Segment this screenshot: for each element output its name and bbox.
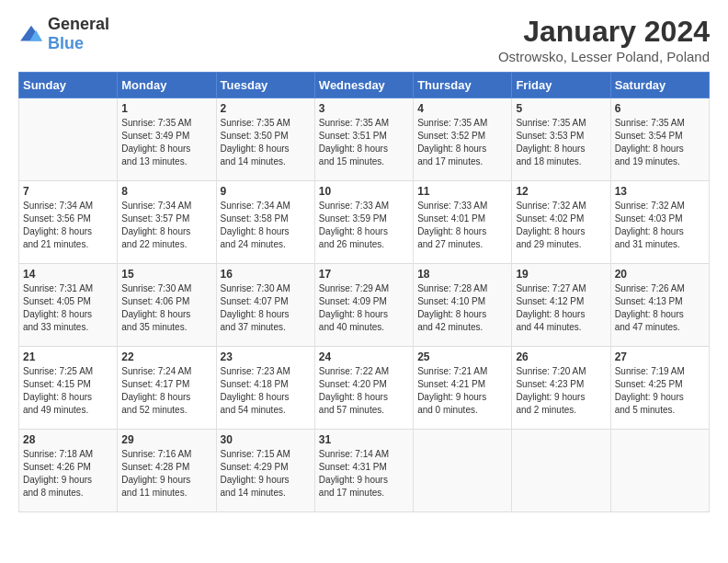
day-info: Sunrise: 7:30 AM Sunset: 4:07 PM Dayligh… [221,282,311,334]
day-number: 30 [221,433,311,446]
day-info: Sunrise: 7:28 AM Sunset: 4:10 PM Dayligh… [417,282,507,334]
day-number: 1 [121,102,211,115]
calendar-week-1: 7Sunrise: 7:34 AM Sunset: 3:56 PM Daylig… [19,181,710,264]
calendar-cell: 8Sunrise: 7:34 AM Sunset: 3:57 PM Daylig… [118,181,216,264]
day-number: 3 [319,102,409,115]
calendar-cell: 16Sunrise: 7:30 AM Sunset: 4:07 PM Dayli… [216,264,314,347]
day-info: Sunrise: 7:35 AM Sunset: 3:50 PM Dayligh… [221,117,311,168]
day-info: Sunrise: 7:24 AM Sunset: 4:17 PM Dayligh… [121,365,211,417]
day-number: 29 [121,433,211,446]
day-number: 9 [221,185,311,198]
subtitle: Ostrowsko, Lesser Poland, Poland [498,49,710,64]
calendar-cell: 1Sunrise: 7:35 AM Sunset: 3:49 PM Daylig… [118,98,216,181]
logo-blue: Blue [48,34,84,52]
day-info: Sunrise: 7:35 AM Sunset: 3:51 PM Dayligh… [319,117,409,168]
day-info: Sunrise: 7:29 AM Sunset: 4:09 PM Dayligh… [319,282,409,334]
calendar-header-row: SundayMondayTuesdayWednesdayThursdayFrid… [19,73,710,98]
day-number: 16 [221,268,311,281]
calendar-cell: 20Sunrise: 7:26 AM Sunset: 4:13 PM Dayli… [610,264,709,347]
day-number: 14 [23,268,113,281]
calendar-cell: 6Sunrise: 7:35 AM Sunset: 3:54 PM Daylig… [610,98,709,181]
header-day-wednesday: Wednesday [314,73,413,98]
header-day-friday: Friday [512,73,610,98]
calendar-cell: 5Sunrise: 7:35 AM Sunset: 3:53 PM Daylig… [512,98,610,181]
calendar-cell [512,430,610,512]
day-number: 24 [319,350,409,363]
day-number: 12 [516,185,606,198]
header-day-saturday: Saturday [610,73,709,98]
calendar-cell: 30Sunrise: 7:15 AM Sunset: 4:29 PM Dayli… [216,430,314,512]
calendar-cell: 31Sunrise: 7:14 AM Sunset: 4:31 PM Dayli… [314,430,413,512]
day-info: Sunrise: 7:35 AM Sunset: 3:52 PM Dayligh… [417,117,507,168]
logo-icon [18,24,44,44]
calendar-cell: 14Sunrise: 7:31 AM Sunset: 4:05 PM Dayli… [19,264,118,347]
day-number: 27 [615,350,705,363]
day-info: Sunrise: 7:27 AM Sunset: 4:12 PM Dayligh… [516,282,606,334]
day-info: Sunrise: 7:19 AM Sunset: 4:25 PM Dayligh… [615,365,705,417]
main-title: January 2024 [498,15,710,49]
calendar-cell: 28Sunrise: 7:18 AM Sunset: 4:26 PM Dayli… [19,430,118,512]
day-number: 10 [319,185,409,198]
day-info: Sunrise: 7:20 AM Sunset: 4:23 PM Dayligh… [516,365,606,417]
calendar-cell: 17Sunrise: 7:29 AM Sunset: 4:09 PM Dayli… [314,264,413,347]
day-info: Sunrise: 7:33 AM Sunset: 4:01 PM Dayligh… [417,200,507,251]
calendar-cell: 3Sunrise: 7:35 AM Sunset: 3:51 PM Daylig… [314,98,413,181]
logo: General Blue [18,15,109,53]
calendar-cell [610,430,709,512]
calendar-cell: 29Sunrise: 7:16 AM Sunset: 4:28 PM Dayli… [118,430,216,512]
day-number: 2 [221,102,311,115]
day-info: Sunrise: 7:26 AM Sunset: 4:13 PM Dayligh… [615,282,705,334]
day-info: Sunrise: 7:34 AM Sunset: 3:58 PM Dayligh… [221,200,311,251]
calendar-week-2: 14Sunrise: 7:31 AM Sunset: 4:05 PM Dayli… [19,264,710,347]
day-info: Sunrise: 7:25 AM Sunset: 4:15 PM Dayligh… [23,365,113,417]
day-number: 7 [23,185,113,198]
day-number: 23 [221,350,311,363]
calendar-cell [414,430,512,512]
day-info: Sunrise: 7:35 AM Sunset: 3:49 PM Dayligh… [121,117,211,168]
calendar-cell: 21Sunrise: 7:25 AM Sunset: 4:15 PM Dayli… [19,347,118,430]
header-day-tuesday: Tuesday [216,73,314,98]
day-number: 8 [121,185,211,198]
calendar-table: SundayMondayTuesdayWednesdayThursdayFrid… [18,72,710,512]
day-number: 26 [516,350,606,363]
day-info: Sunrise: 7:32 AM Sunset: 4:03 PM Dayligh… [615,200,705,251]
day-info: Sunrise: 7:33 AM Sunset: 3:59 PM Dayligh… [319,200,409,251]
calendar-week-4: 28Sunrise: 7:18 AM Sunset: 4:26 PM Dayli… [19,430,710,512]
calendar-cell: 4Sunrise: 7:35 AM Sunset: 3:52 PM Daylig… [414,98,512,181]
day-info: Sunrise: 7:14 AM Sunset: 4:31 PM Dayligh… [319,448,409,500]
day-info: Sunrise: 7:31 AM Sunset: 4:05 PM Dayligh… [23,282,113,334]
calendar-cell: 9Sunrise: 7:34 AM Sunset: 3:58 PM Daylig… [216,181,314,264]
day-info: Sunrise: 7:18 AM Sunset: 4:26 PM Dayligh… [23,448,113,500]
calendar-week-0: 1Sunrise: 7:35 AM Sunset: 3:49 PM Daylig… [19,98,710,181]
day-info: Sunrise: 7:34 AM Sunset: 3:56 PM Dayligh… [23,200,113,251]
day-info: Sunrise: 7:35 AM Sunset: 3:54 PM Dayligh… [615,117,705,168]
calendar-cell: 12Sunrise: 7:32 AM Sunset: 4:02 PM Dayli… [512,181,610,264]
calendar-cell: 13Sunrise: 7:32 AM Sunset: 4:03 PM Dayli… [610,181,709,264]
day-info: Sunrise: 7:16 AM Sunset: 4:28 PM Dayligh… [121,448,211,500]
day-number: 13 [615,185,705,198]
header-day-monday: Monday [118,73,216,98]
calendar-cell: 25Sunrise: 7:21 AM Sunset: 4:21 PM Dayli… [414,347,512,430]
day-number: 6 [615,102,705,115]
calendar-cell: 15Sunrise: 7:30 AM Sunset: 4:06 PM Dayli… [118,264,216,347]
day-number: 21 [23,350,113,363]
day-number: 31 [319,433,409,446]
header: General Blue January 2024 Ostrowsko, Les… [18,15,710,64]
day-info: Sunrise: 7:35 AM Sunset: 3:53 PM Dayligh… [516,117,606,168]
day-number: 28 [23,433,113,446]
header-day-thursday: Thursday [414,73,512,98]
day-number: 18 [417,268,507,281]
day-info: Sunrise: 7:22 AM Sunset: 4:20 PM Dayligh… [319,365,409,417]
calendar-cell: 23Sunrise: 7:23 AM Sunset: 4:18 PM Dayli… [216,347,314,430]
day-number: 20 [615,268,705,281]
logo-general: General [48,15,109,33]
calendar-cell: 2Sunrise: 7:35 AM Sunset: 3:50 PM Daylig… [216,98,314,181]
day-number: 15 [121,268,211,281]
day-info: Sunrise: 7:34 AM Sunset: 3:57 PM Dayligh… [121,200,211,251]
day-info: Sunrise: 7:30 AM Sunset: 4:06 PM Dayligh… [121,282,211,334]
day-info: Sunrise: 7:21 AM Sunset: 4:21 PM Dayligh… [417,365,507,417]
calendar-cell: 22Sunrise: 7:24 AM Sunset: 4:17 PM Dayli… [118,347,216,430]
calendar-week-3: 21Sunrise: 7:25 AM Sunset: 4:15 PM Dayli… [19,347,710,430]
calendar-cell: 19Sunrise: 7:27 AM Sunset: 4:12 PM Dayli… [512,264,610,347]
title-area: January 2024 Ostrowsko, Lesser Poland, P… [498,15,710,64]
